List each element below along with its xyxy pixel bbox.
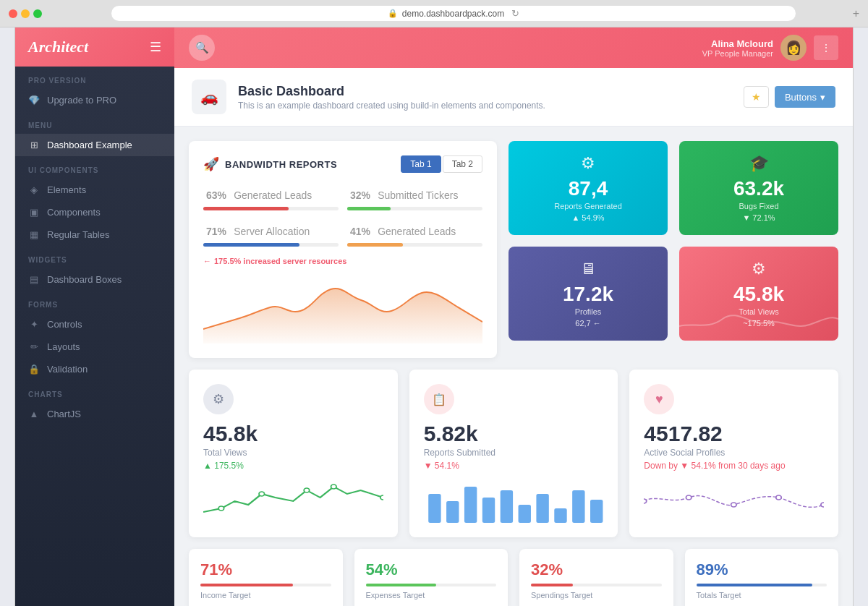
svg-rect-8 xyxy=(482,498,494,523)
sidebar-item-text: Elements xyxy=(47,184,86,195)
bandwidth-title: BANDWIDTH REPORTS xyxy=(225,159,337,170)
progress-bar-fill xyxy=(366,584,436,586)
progress-bar-bg xyxy=(531,584,662,586)
sidebar-item[interactable]: ◈Elements xyxy=(15,179,174,201)
new-tab-btn[interactable]: + xyxy=(830,7,859,20)
search-button[interactable]: 🔍 xyxy=(189,35,215,61)
progress-fill-3 xyxy=(203,243,299,247)
stat-pct-4: 41% Generated Leads xyxy=(347,221,482,239)
stat-box-purple: 🖥 17.2k Profiles 62,7 ← xyxy=(509,247,668,341)
sidebar-item[interactable]: ▲ChartJS xyxy=(15,403,174,425)
bandwidth-header: 🚀 BANDWIDTH REPORTS Tab 1 Tab 2 xyxy=(203,155,482,173)
bandwidth-title-row: 🚀 BANDWIDTH REPORTS xyxy=(203,156,337,172)
progress-card: 54% Expenses Target xyxy=(354,549,509,606)
content-area: 🚀 BANDWIDTH REPORTS Tab 1 Tab 2 xyxy=(174,127,853,606)
progress-label: Spendings Target xyxy=(531,591,662,599)
tab2-button[interactable]: Tab 2 xyxy=(443,155,482,173)
sidebar-item-text: ChartJS xyxy=(47,409,81,419)
sidebar-item-icon: ⊞ xyxy=(28,140,40,150)
right-panel: 🔍 Alina Mclourd VP People Manager 👩 ⋮ 🚗 … xyxy=(174,27,853,606)
sidebar-item[interactable]: 💎Upgrade to PRO xyxy=(15,89,174,111)
stat-generated-leads: 63% Generated Leads xyxy=(203,184,339,210)
metric-icon-gear: ⚙ xyxy=(203,384,234,414)
browser-dots xyxy=(9,9,42,18)
stats-row-2: 71% Server Allocation 41% Gen xyxy=(203,221,482,247)
user-avatar: 👩 xyxy=(780,35,807,61)
sidebar-item[interactable]: 🔒Validation xyxy=(15,358,174,380)
sidebar-item[interactable]: ▤Dashboard Boxes xyxy=(15,268,174,291)
stat-generated-leads-2: 41% Generated Leads xyxy=(347,221,482,247)
progress-pct: 32% xyxy=(531,560,662,579)
sidebar-item[interactable]: ✦Controls xyxy=(15,313,174,336)
buttons-button[interactable]: Buttons ▾ xyxy=(775,86,835,108)
page-header-left: 🚗 Basic Dashboard This is an example das… xyxy=(192,80,545,114)
star-button[interactable]: ★ xyxy=(744,86,769,108)
progress-bar-bg xyxy=(200,584,331,586)
address-bar[interactable]: 🔒 demo.dashboardpack.com ↻ xyxy=(111,6,796,21)
svg-point-1 xyxy=(259,492,264,496)
metric-value-1: 45.8k xyxy=(203,422,383,446)
stat-box-label-2: Profiles xyxy=(575,307,602,316)
sidebar-item[interactable]: ▣Components xyxy=(15,201,174,223)
sidebar-section-label: MENU xyxy=(15,111,174,134)
progress-card: 89% Totals Target xyxy=(685,549,839,606)
stat-box-change-3: ▼ 72.1% xyxy=(742,213,775,222)
metric-change-2: ▼ 54.1% xyxy=(424,461,604,471)
progress-bar-fill xyxy=(200,584,293,586)
browser-chrome: 🔒 demo.dashboardpack.com ↻ + xyxy=(0,0,868,27)
line-chart-svg-1 xyxy=(203,479,383,523)
lock-icon: 🔒 xyxy=(388,9,398,18)
logo-text: Architect xyxy=(28,38,88,56)
svg-rect-14 xyxy=(590,500,603,523)
progress-bg-2 xyxy=(347,207,482,210)
main-content: 🚗 Basic Dashboard This is an example das… xyxy=(174,68,853,606)
sidebar-item-text: Layouts xyxy=(47,341,80,352)
svg-point-16 xyxy=(686,495,692,500)
stat-server-allocation: 71% Server Allocation xyxy=(203,221,339,247)
sidebar-item-icon: ▣ xyxy=(28,207,40,218)
sidebar-item[interactable]: ⊞Dashboard Example xyxy=(15,134,174,156)
gear-icon-cyan: ⚙ xyxy=(581,154,595,173)
sidebar-item-text: Dashboard Boxes xyxy=(47,274,122,285)
user-role: VP People Manager xyxy=(702,49,773,58)
svg-point-3 xyxy=(331,485,336,489)
sidebar-item-icon: ◈ xyxy=(28,184,40,195)
progress-fill-2 xyxy=(347,207,391,210)
tab1-button[interactable]: Tab 1 xyxy=(401,155,441,173)
svg-point-4 xyxy=(380,495,383,500)
progress-pct: 89% xyxy=(697,560,827,579)
page-subtitle: This is an example dashboard created usi… xyxy=(238,101,545,111)
svg-rect-10 xyxy=(518,505,530,523)
svg-rect-9 xyxy=(500,490,512,523)
sidebar-section-label: FORMS xyxy=(15,291,174,313)
user-info: Alina Mclourd VP People Manager xyxy=(702,38,773,58)
right-stats-col1: ⚙ 87,4 Reports Generated ▲ 54.9% 🖥 17.2k… xyxy=(509,141,668,358)
metric-chart-2 xyxy=(424,479,604,523)
svg-rect-12 xyxy=(554,508,566,523)
stat-box-value-3: 63.2k xyxy=(733,177,784,200)
progress-fill-4 xyxy=(347,243,403,247)
hamburger-icon[interactable]: ☰ xyxy=(150,39,161,55)
bar-chart-svg xyxy=(424,479,604,523)
sidebar-item[interactable]: ✏Layouts xyxy=(15,336,174,358)
reload-icon[interactable]: ↻ xyxy=(511,8,519,19)
metric-chart-1 xyxy=(203,479,383,523)
svg-rect-6 xyxy=(446,501,459,523)
metric-label-2: Reports Submitted xyxy=(424,448,604,458)
dot-maximize xyxy=(33,9,42,18)
stat-box-value-2: 17.2k xyxy=(563,283,613,306)
bandwidth-chart xyxy=(203,271,482,343)
progress-pct: 71% xyxy=(200,560,331,579)
progress-fill-1 xyxy=(203,207,289,210)
progress-bar-fill xyxy=(697,584,813,586)
line-chart-svg-3 xyxy=(644,479,824,523)
sidebar-item-icon: 🔒 xyxy=(28,364,40,375)
svg-rect-11 xyxy=(536,494,548,523)
sidebar-item[interactable]: ▦Regular Tables xyxy=(15,223,174,246)
bandwidth-svg xyxy=(203,271,482,343)
tab-group: Tab 1 Tab 2 xyxy=(401,155,482,173)
stat-box-label-4: Total Views xyxy=(739,307,778,316)
buttons-chevron: ▾ xyxy=(820,92,825,103)
header-menu-button[interactable]: ⋮ xyxy=(814,35,838,60)
server-note: ← 175.5% increased server resources xyxy=(203,257,482,265)
